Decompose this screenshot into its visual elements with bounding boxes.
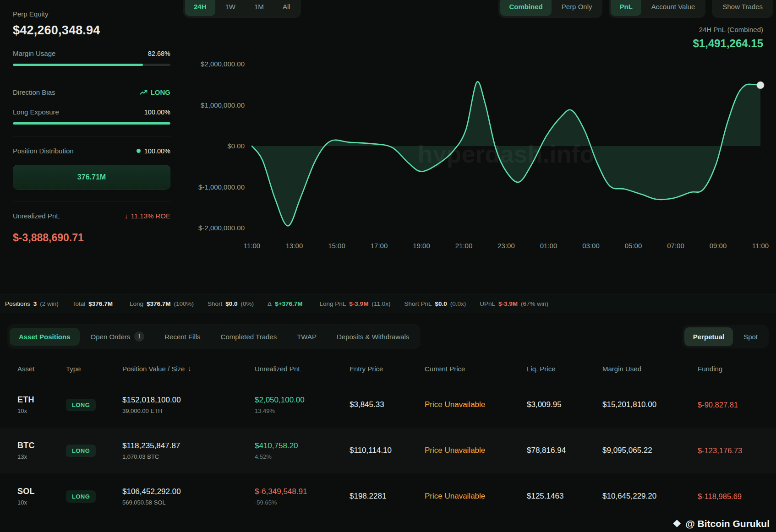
funding-cell: $-123,176.73: [698, 446, 776, 455]
type-cell: LONG: [66, 399, 122, 411]
arrow-down-icon: ↓: [125, 212, 128, 220]
tab-pnl[interactable]: PnL: [611, 0, 641, 16]
tab-recent-fills[interactable]: Recent Fills: [155, 328, 209, 346]
green-dot-icon: [137, 149, 141, 153]
position-value-cell: $106,452,292.00 569,050.58 SOL: [122, 487, 255, 506]
svg-text:15:00: 15:00: [328, 242, 345, 250]
svg-text:09:00: 09:00: [710, 242, 727, 250]
tab-asset-positions[interactable]: Asset Positions: [10, 328, 80, 346]
tab-1m[interactable]: 1M: [246, 0, 273, 16]
margin-usage-value: 82.68%: [148, 50, 170, 57]
tab-completed-trades[interactable]: Completed Trades: [212, 328, 286, 346]
pnl-chart-area: 24H 1W 1M All Combined Perp Only PnL Acc…: [183, 0, 776, 294]
svg-text:$2,000,000.00: $2,000,000.00: [201, 60, 245, 68]
direction-bias-label: Direction Bias: [13, 88, 55, 96]
position-distribution-bar: 376.71M: [13, 165, 170, 190]
time-range-tabs: 24H 1W 1M All: [183, 0, 301, 18]
col-header-type: Type: [66, 365, 122, 373]
col-header-position-value[interactable]: Position Value / Size ↓: [122, 365, 255, 373]
stat-delta: Δ $+376.7M: [268, 300, 306, 307]
position-row-sol[interactable]: SOL 10x LONG $106,452,292.00 569,050.58 …: [0, 473, 776, 519]
positions-summary-bar: Positions 3 (2 win) Total $376.7M Long $…: [0, 294, 776, 313]
svg-text:13:00: 13:00: [286, 242, 303, 250]
stat-long: Long $376.7M (100%): [130, 300, 194, 307]
position-row-eth[interactable]: ETH 10x LONG $152,018,100.00 39,000.00 E…: [0, 382, 776, 428]
col-header-margin-used: Margin Used: [602, 365, 698, 373]
stat-upnl: UPnL $-3.9M (67% win): [480, 300, 548, 307]
stat-short-pnl: Short PnL $0.0 (0.0x): [404, 300, 466, 307]
account-summary-panel: Perp Equity $42,260,348.94 Margin Usage …: [0, 0, 183, 294]
margin-used-cell: $10,645,229.20: [602, 492, 698, 501]
tab-deposits-withdrawals[interactable]: Deposits & Withdrawals: [328, 328, 418, 346]
tab-open-orders[interactable]: Open Orders 1: [82, 326, 154, 347]
long-exposure-progressbar: [13, 122, 170, 125]
liq-price-cell: $78,816.94: [527, 446, 602, 455]
metric-tabs: PnL Account Value: [609, 0, 705, 18]
col-header-asset: Asset: [17, 365, 66, 373]
col-header-unrealized-pnl: Unrealized PnL: [255, 365, 350, 373]
svg-text:19:00: 19:00: [413, 242, 430, 250]
credit-text: @ Bitcoin Gurukul: [685, 518, 770, 529]
leverage-label: 13x: [17, 453, 60, 460]
entry-price-cell: $198.2281: [350, 492, 425, 501]
svg-text:$-1,000,000.00: $-1,000,000.00: [198, 183, 245, 191]
unrealized-pnl-cell: $410,758.20 4.52%: [255, 441, 350, 460]
position-value-cell: $152,018,100.00 39,000.00 ETH: [122, 396, 255, 414]
svg-text:$0.00: $0.00: [227, 142, 245, 150]
direction-bias-value: LONG: [140, 88, 170, 96]
stat-positions: Positions 3 (2 win): [5, 300, 59, 307]
unrealized-pnl-cell: $-6,349,548.91 -59.65%: [255, 487, 350, 506]
col-header-entry-price: Entry Price: [350, 365, 425, 373]
current-price-cell: Price Unavailable: [425, 446, 527, 455]
svg-text:07:00: 07:00: [667, 242, 684, 250]
svg-text:$-2,000,000.00: $-2,000,000.00: [198, 224, 245, 232]
svg-text:01:00: 01:00: [540, 242, 557, 250]
position-row-btc[interactable]: BTC 13x LONG $118,235,847.87 1,070.03 BT…: [0, 428, 776, 473]
chart-controls: 24H 1W 1M All Combined Perp Only PnL Acc…: [183, 0, 773, 18]
unrealized-pnl-value: $-3,888,690.71: [13, 232, 170, 244]
long-badge: LONG: [66, 399, 96, 411]
overview-section: Perp Equity $42,260,348.94 Margin Usage …: [0, 0, 776, 294]
long-badge: LONG: [66, 490, 96, 503]
toggle-perpetual[interactable]: Perpetual: [684, 327, 733, 346]
tab-perp-only[interactable]: Perp Only: [553, 0, 601, 16]
tab-1w[interactable]: 1W: [217, 0, 245, 16]
tab-account-value[interactable]: Account Value: [643, 0, 704, 16]
tab-24h[interactable]: 24H: [185, 0, 215, 16]
positions-tabs: Asset Positions Open Orders 1 Recent Fil…: [7, 324, 421, 349]
long-exposure-label: Long Exposure: [13, 108, 59, 116]
margin-used-cell: $15,201,810.00: [602, 400, 698, 409]
position-distribution-total: 376.71M: [77, 173, 106, 181]
credit-watermark: ❖ @ Bitcoin Gurukul: [672, 518, 770, 529]
chart-mode-controls: Combined Perp Only PnL Account Value Sho…: [498, 0, 773, 18]
asset-positions-table: Asset Type Position Value / Size ↓ Unrea…: [0, 355, 776, 519]
open-orders-count-badge: 1: [134, 331, 144, 342]
pnl-area-chart[interactable]: hyperdash.info$2,000,000.00$1,000,000.00…: [183, 54, 776, 255]
tab-combined[interactable]: Combined: [500, 0, 551, 16]
roe-value: ↓ 11.13% ROE: [125, 212, 170, 220]
svg-text:21:00: 21:00: [455, 242, 473, 250]
leverage-label: 10x: [17, 499, 60, 506]
margin-used-cell: $9,095,065.22: [602, 446, 698, 455]
show-trades-button[interactable]: Show Trades: [714, 0, 771, 16]
trending-up-icon: [140, 90, 148, 95]
positions-tab-bar: Asset Positions Open Orders 1 Recent Fil…: [0, 324, 776, 349]
liq-price-cell: $3,009.95: [527, 400, 602, 409]
entry-price-cell: $3,845.33: [350, 400, 425, 409]
margin-usage-progressbar: [13, 64, 170, 66]
position-distribution-label: Position Distribution: [13, 147, 74, 155]
position-distribution-pct: 100.00%: [137, 147, 170, 155]
roe-text: 11.13% ROE: [131, 212, 170, 220]
asset-cell: BTC 13x: [17, 441, 66, 460]
type-cell: LONG: [66, 490, 122, 503]
stat-long-pnl: Long PnL $-3.9M (11.0x): [320, 300, 391, 307]
unrealized-pnl-section: Unrealized PnL ↓ 11.13% ROE $-3,888,690.…: [13, 202, 170, 256]
perp-equity-section: Perp Equity $42,260,348.94 Margin Usage …: [13, 6, 170, 78]
toggle-spot[interactable]: Spot: [735, 327, 766, 346]
perp-equity-value: $42,260,348.94: [13, 23, 170, 38]
tab-twap[interactable]: TWAP: [288, 328, 326, 346]
unrealized-pnl-label: Unrealized PnL: [13, 212, 60, 220]
tab-all[interactable]: All: [274, 0, 299, 16]
svg-text:11:00: 11:00: [752, 242, 769, 250]
long-exposure-progress-fill: [13, 122, 170, 125]
